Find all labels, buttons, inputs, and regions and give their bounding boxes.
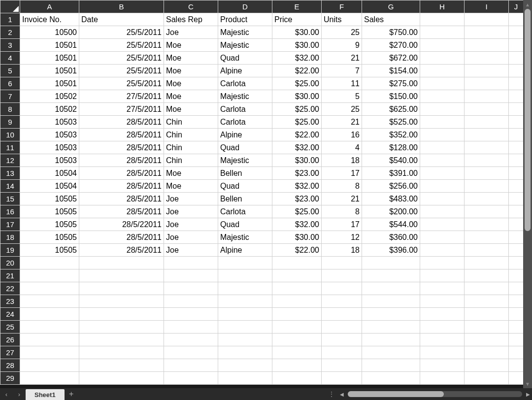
cell-J6[interactable] [509,77,524,90]
cell-G10[interactable]: $352.00 [362,129,420,141]
cell-E14[interactable]: $32.00 [272,180,322,193]
cell-H3[interactable] [420,39,465,52]
row-header-14[interactable]: 14 [0,180,20,193]
cell-D5[interactable]: Alpine [218,65,272,77]
row-header-1[interactable]: 1 [0,13,20,26]
cell-A1[interactable]: Invoice No. [20,13,79,26]
cell-G1[interactable]: Sales [362,13,420,26]
cell-I29[interactable] [465,372,509,385]
cell-F9[interactable]: 21 [322,116,362,129]
cell-G3[interactable]: $270.00 [362,39,420,52]
row-header-2[interactable]: 2 [0,26,20,39]
cell-D28[interactable] [218,359,272,372]
cell-I24[interactable] [465,308,509,321]
cell-E1[interactable]: Price [272,13,322,26]
cell-H29[interactable] [420,372,465,385]
row-header-9[interactable]: 9 [0,116,20,129]
cell-C25[interactable] [164,321,218,333]
scroll-right-button[interactable]: ▶ [524,392,532,397]
cell-A26[interactable] [20,333,79,346]
row-header-8[interactable]: 8 [0,103,20,116]
cell-B4[interactable]: 25/5/2011 [79,52,164,65]
select-all-corner[interactable] [0,0,20,13]
cell-B29[interactable] [79,372,164,385]
cell-G9[interactable]: $525.00 [362,116,420,129]
cell-E19[interactable]: $22.00 [272,244,322,257]
cell-J10[interactable] [509,129,524,141]
cell-H17[interactable] [420,218,465,231]
cell-E17[interactable]: $32.00 [272,218,322,231]
cell-E11[interactable]: $32.00 [272,141,322,154]
cell-F12[interactable]: 18 [322,154,362,167]
cell-F24[interactable] [322,308,362,321]
cell-A8[interactable]: 10502 [20,103,79,116]
cell-E6[interactable]: $25.00 [272,77,322,90]
cell-B10[interactable]: 28/5/2011 [79,129,164,141]
cell-G14[interactable]: $256.00 [362,180,420,193]
cell-E5[interactable]: $22.00 [272,65,322,77]
cell-B21[interactable] [79,269,164,282]
cell-J20[interactable] [509,257,524,269]
column-header-I[interactable]: I [465,0,509,13]
cell-E24[interactable] [272,308,322,321]
cell-C21[interactable] [164,269,218,282]
cell-G27[interactable] [362,346,420,359]
cell-H4[interactable] [420,52,465,65]
cell-E15[interactable]: $23.00 [272,193,322,205]
cell-E9[interactable]: $25.00 [272,116,322,129]
row-header-26[interactable]: 26 [0,333,20,346]
cell-C12[interactable]: Chin [164,154,218,167]
cell-G13[interactable]: $391.00 [362,167,420,180]
cell-B22[interactable] [79,282,164,295]
row-header-19[interactable]: 19 [0,244,20,257]
cell-G24[interactable] [362,308,420,321]
cell-E26[interactable] [272,333,322,346]
cell-I10[interactable] [465,129,509,141]
cell-J13[interactable] [509,167,524,180]
cell-B12[interactable]: 28/5/2011 [79,154,164,167]
cell-F18[interactable]: 12 [322,231,362,244]
cell-C13[interactable]: Moe [164,167,218,180]
cell-D19[interactable]: Alpine [218,244,272,257]
cell-H19[interactable] [420,244,465,257]
cell-F17[interactable]: 17 [322,218,362,231]
cell-D2[interactable]: Majestic [218,26,272,39]
cell-F2[interactable]: 25 [322,26,362,39]
row-header-23[interactable]: 23 [0,295,20,308]
row-header-28[interactable]: 28 [0,359,20,372]
cell-G22[interactable] [362,282,420,295]
cell-D21[interactable] [218,269,272,282]
cell-E8[interactable]: $25.00 [272,103,322,116]
cell-D26[interactable] [218,333,272,346]
cell-I21[interactable] [465,269,509,282]
scroll-down-button[interactable]: ▼ [523,379,532,388]
cell-F6[interactable]: 11 [322,77,362,90]
cell-D17[interactable]: Quad [218,218,272,231]
cell-E13[interactable]: $23.00 [272,167,322,180]
cell-E3[interactable]: $30.00 [272,39,322,52]
cell-I15[interactable] [465,193,509,205]
cell-J11[interactable] [509,141,524,154]
cell-G17[interactable]: $544.00 [362,218,420,231]
row-header-3[interactable]: 3 [0,39,20,52]
cell-B6[interactable]: 25/5/2011 [79,77,164,90]
cell-A15[interactable]: 10505 [20,193,79,205]
scroll-up-button[interactable]: ▲ [523,0,532,9]
spreadsheet-grid[interactable]: ABCDEFGHIJ1Invoice No.DateSales RepProdu… [0,0,524,385]
cell-J19[interactable] [509,244,524,257]
cell-J22[interactable] [509,282,524,295]
cell-J18[interactable] [509,231,524,244]
cell-A5[interactable]: 10501 [20,65,79,77]
cell-B14[interactable]: 28/5/2011 [79,180,164,193]
cell-D23[interactable] [218,295,272,308]
cell-C15[interactable]: Joe [164,193,218,205]
cell-F3[interactable]: 9 [322,39,362,52]
cell-H24[interactable] [420,308,465,321]
cell-I20[interactable] [465,257,509,269]
cell-D13[interactable]: Bellen [218,167,272,180]
cell-A10[interactable]: 10503 [20,129,79,141]
cell-F1[interactable]: Units [322,13,362,26]
cell-C24[interactable] [164,308,218,321]
cell-H9[interactable] [420,116,465,129]
cell-I14[interactable] [465,180,509,193]
